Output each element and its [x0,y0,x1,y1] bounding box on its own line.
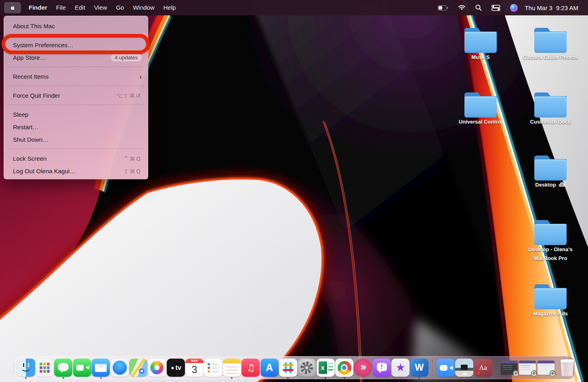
dock-item-dictionary[interactable]: Aa [474,359,492,377]
mail-app-icon [92,359,110,377]
dock-item-apple-tv[interactable]: tv [167,359,185,377]
dock-item-trash[interactable] [559,359,575,377]
menu-item-label: App Store… [13,54,46,61]
menu-item-label: Lock Screen [13,155,46,162]
chrome-badge-icon [513,370,519,376]
desktop-folder-muse-s[interactable]: Muse S [450,27,511,62]
dock-item-notes[interactable] [223,359,241,377]
folder-icon [534,92,567,118]
desktop-folder-desktop-olena-s-macbook-pro[interactable]: Desktop - Olena’s MacBook Pro [520,219,581,263]
wifi-icon[interactable] [458,5,466,10]
menu-item-force-quit-finder[interactable]: Force Quit Finder⌥⇧⌘↺ [4,89,148,102]
dock-item-finder[interactable] [17,359,35,377]
control-center-icon[interactable] [491,5,500,11]
word-app-icon: W [410,359,428,377]
menu-shortcut: ⇧⌘Q [124,168,142,174]
menubar-clock[interactable]: Thu Mar 3 9:23 AM [525,4,578,11]
desktop-folder-magazine-ads[interactable]: Magazine Ads [520,283,581,318]
dock-item-photos[interactable] [148,359,166,377]
word-glyph: W [415,362,424,373]
running-indicator [231,377,233,379]
maps-app-icon [129,359,147,377]
siri-icon[interactable] [510,4,518,12]
dock-item-word[interactable]: W [410,359,428,377]
dock-item-facetime[interactable] [73,359,91,377]
dock-item-imovie[interactable]: ★ [391,359,410,377]
menubar-item-finder[interactable]: Finder [24,0,52,15]
menubar-item-view[interactable]: View [90,0,111,15]
dock-item-chrome-window-3[interactable] [537,359,555,377]
dock-item-zoom[interactable] [437,359,455,377]
menubar-app-menus: FinderFileEditViewGoWindowHelp [24,0,180,15]
dock-item-safari[interactable] [111,359,129,377]
dock-item-launchpad[interactable] [36,359,54,377]
updates-badge: 4 updates [111,54,142,61]
running-indicator [25,377,27,379]
desktop-folder-customize-dock[interactable]: Customize Dock [520,92,581,126]
slack-app-icon [279,359,297,377]
dock-item-system-preferences[interactable] [298,359,316,377]
menu-divider [8,149,144,149]
dock-item-calendar[interactable]: MAR3 [185,359,204,377]
menu-item-log-out-olena-kagui[interactable]: Log Out Olena Kagui…⇧⌘Q [4,165,148,177]
dock-separator [496,360,496,376]
folder-label: Desktop [535,182,556,188]
dock-item-app-store[interactable]: A [260,359,279,377]
menu-item-recent-items[interactable]: Recent Items› [4,70,148,83]
menubar-item-edit[interactable]: Edit [70,0,90,15]
menu-item-about-this-mac[interactable]: About This Mac [4,20,148,32]
desktop-folder-universal-control[interactable]: Universal Control [450,92,511,126]
menubar-item-window[interactable]: Window [128,0,159,15]
dock-item-slack[interactable] [279,359,297,377]
desktop-folder-camera-guide-photos[interactable]: Camera Guide Photos [520,27,581,62]
dock-item-mail[interactable] [92,359,110,377]
dock-item-image-capture[interactable] [455,359,473,377]
messages-app-icon [54,359,72,377]
dock-item-maps[interactable] [129,359,147,377]
calendar-app-icon: MAR3 [185,359,204,377]
apple-tv-app-icon: tv [167,359,185,377]
apple-logo-icon [170,365,175,370]
menu-item-label: Restart… [13,124,38,130]
menu-divider [8,67,144,67]
dock-item-excel[interactable]: x [317,359,335,377]
dock-item-chrome-window-2[interactable] [519,359,536,377]
dock-item-alert-chat-app[interactable]: ! [373,359,391,377]
menu-divider [8,86,144,86]
dock-item-skitch[interactable]: » [354,359,372,377]
folder-label: Magazine Ads [533,311,568,317]
menubar-status-area [438,4,518,12]
dock-item-messages[interactable] [54,359,72,377]
dictionary-glyph: Aa [479,364,487,372]
apple-menu-button[interactable] [4,2,21,13]
desktop-folder-desktop[interactable]: Desktop [520,155,581,189]
folder-icon [534,219,567,245]
menu-shortcut: ⌥⇧⌘↺ [116,92,142,99]
menubar-item-file[interactable]: File [52,0,70,15]
excel-glyph: x [319,361,327,374]
battery-icon[interactable] [438,5,448,10]
zoom-app-icon [437,359,455,377]
icloud-status-icon [558,182,566,187]
dock-item-chrome[interactable] [335,359,353,377]
menu-item-label: Force Quit Finder [13,92,60,99]
chrome-window-3-app-icon [538,361,554,375]
menubar-item-go[interactable]: Go [111,0,128,15]
alert-chat-app-glyph: ! [381,363,383,371]
search-icon[interactable] [475,4,482,11]
folder-icon [534,283,567,309]
menu-item-label: Shut Down… [13,136,48,143]
folder-label: Camera Guide Photos [523,54,578,60]
alert-chat-app-app-icon: ! [373,359,391,377]
finder-app-icon [17,359,35,377]
dock-item-music[interactable]: ♫ [242,359,260,377]
music-glyph: ♫ [246,362,255,374]
menu-item-lock-screen[interactable]: Lock Screen^⌘Q [4,152,148,165]
menu-item-restart[interactable]: Restart… [4,121,148,133]
dock-item-reminders[interactable] [204,359,222,377]
dock-item-chrome-window-1[interactable] [500,359,518,377]
chrome-window-1-app-icon [501,361,518,375]
menu-item-shut-down[interactable]: Shut Down… [4,133,148,146]
menubar-item-help[interactable]: Help [159,0,181,15]
menu-item-sleep[interactable]: Sleep [4,108,148,121]
